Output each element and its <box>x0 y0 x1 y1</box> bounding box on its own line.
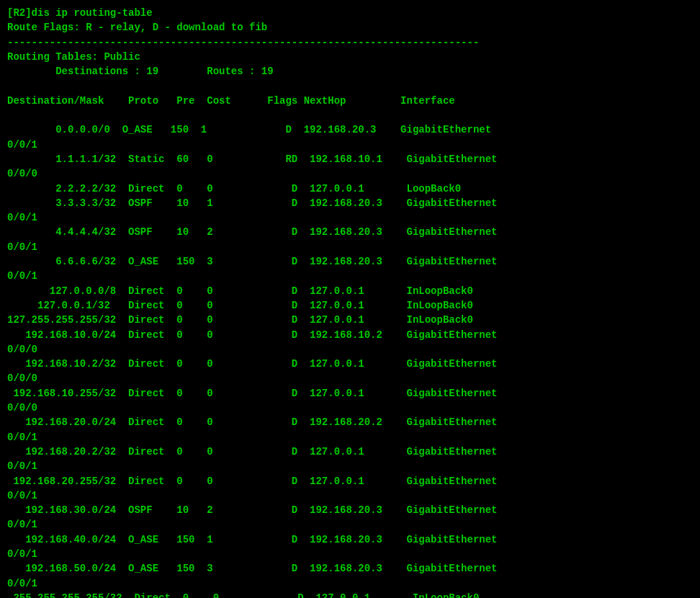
terminal-output: [R2]dis ip routing-table Route Flags: R … <box>7 6 693 598</box>
